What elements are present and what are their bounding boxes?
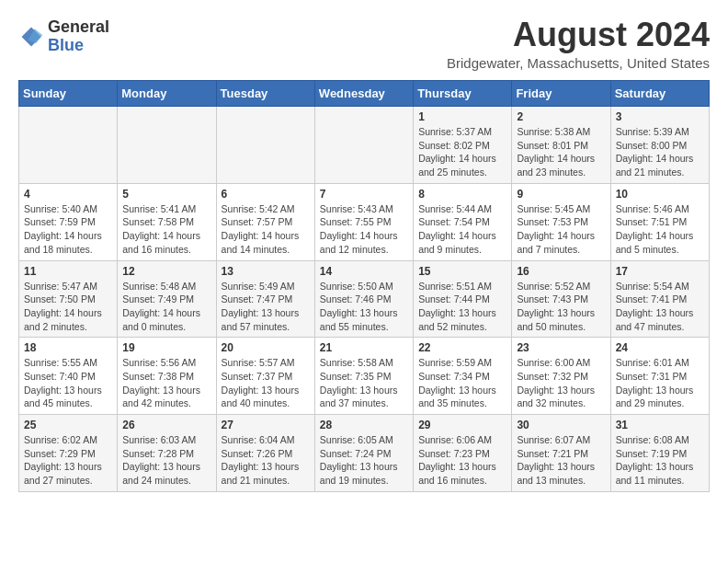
day-number: 12 xyxy=(122,265,210,278)
day-info: Sunrise: 6:03 AMSunset: 7:28 PMDaylight:… xyxy=(122,433,210,488)
day-info: Sunrise: 5:48 AMSunset: 7:49 PMDaylight:… xyxy=(122,280,210,334)
day-info: Sunrise: 5:46 AMSunset: 7:51 PMDaylight:… xyxy=(616,202,704,257)
day-info: Sunrise: 5:57 AMSunset: 7:37 PMDaylight:… xyxy=(222,356,310,410)
day-info: Sunrise: 6:00 AMSunset: 7:32 PMDaylight:… xyxy=(517,356,605,410)
day-number: 22 xyxy=(418,341,506,354)
col-tuesday: Tuesday xyxy=(216,81,314,107)
calendar-cell: 12Sunrise: 5:48 AMSunset: 7:49 PMDayligh… xyxy=(118,260,216,338)
calendar-cell: 7Sunrise: 5:43 AMSunset: 7:55 PMDaylight… xyxy=(314,183,413,260)
col-sunday: Sunday xyxy=(19,81,118,107)
day-info: Sunrise: 6:07 AMSunset: 7:21 PMDaylight:… xyxy=(517,433,605,488)
calendar-cell: 24Sunrise: 6:01 AMSunset: 7:31 PMDayligh… xyxy=(610,338,709,415)
day-info: Sunrise: 5:47 AMSunset: 7:50 PMDaylight:… xyxy=(24,280,112,334)
calendar-cell: 1Sunrise: 5:37 AMSunset: 8:02 PMDaylight… xyxy=(414,107,512,184)
day-number: 4 xyxy=(24,188,112,201)
calendar-cell: 13Sunrise: 5:49 AMSunset: 7:47 PMDayligh… xyxy=(216,260,314,338)
day-number: 8 xyxy=(418,188,506,201)
day-info: Sunrise: 5:49 AMSunset: 7:47 PMDaylight:… xyxy=(222,280,310,334)
logo-icon xyxy=(18,24,44,50)
day-number: 3 xyxy=(616,110,704,123)
calendar-cell xyxy=(314,107,413,184)
calendar-cell: 27Sunrise: 6:04 AMSunset: 7:26 PMDayligh… xyxy=(216,415,314,492)
day-number: 9 xyxy=(517,188,605,201)
calendar-cell: 11Sunrise: 5:47 AMSunset: 7:50 PMDayligh… xyxy=(19,260,118,338)
location-subtitle: Bridgewater, Massachusetts, United State… xyxy=(447,55,710,71)
day-info: Sunrise: 5:44 AMSunset: 7:54 PMDaylight:… xyxy=(418,202,506,257)
day-number: 25 xyxy=(24,419,112,431)
day-number: 30 xyxy=(517,419,605,431)
logo: General Blue xyxy=(18,18,109,55)
calendar-cell: 26Sunrise: 6:03 AMSunset: 7:28 PMDayligh… xyxy=(118,415,216,492)
title-area: August 2024 Bridgewater, Massachusetts, … xyxy=(447,18,710,71)
calendar-cell: 21Sunrise: 5:58 AMSunset: 7:35 PMDayligh… xyxy=(314,338,413,415)
day-number: 26 xyxy=(122,419,210,431)
day-number: 15 xyxy=(418,265,506,278)
col-monday: Monday xyxy=(118,81,216,107)
calendar-cell xyxy=(19,107,118,184)
day-info: Sunrise: 5:40 AMSunset: 7:59 PMDaylight:… xyxy=(24,202,112,257)
day-info: Sunrise: 5:54 AMSunset: 7:41 PMDaylight:… xyxy=(616,280,704,334)
calendar-cell: 16Sunrise: 5:52 AMSunset: 7:43 PMDayligh… xyxy=(512,260,610,338)
page-container: General Blue August 2024 Bridgewater, Ma… xyxy=(18,18,710,492)
day-info: Sunrise: 6:02 AMSunset: 7:29 PMDaylight:… xyxy=(24,433,112,488)
day-number: 23 xyxy=(517,341,605,354)
day-number: 20 xyxy=(222,341,310,354)
day-number: 1 xyxy=(418,110,506,123)
day-info: Sunrise: 5:58 AMSunset: 7:35 PMDaylight:… xyxy=(320,356,408,410)
calendar-cell xyxy=(118,107,216,184)
calendar-cell: 2Sunrise: 5:38 AMSunset: 8:01 PMDaylight… xyxy=(512,107,610,184)
day-number: 19 xyxy=(122,341,210,354)
calendar-header: Sunday Monday Tuesday Wednesday Thursday… xyxy=(19,81,710,107)
calendar-cell: 10Sunrise: 5:46 AMSunset: 7:51 PMDayligh… xyxy=(610,183,709,260)
day-number: 11 xyxy=(24,265,112,278)
day-info: Sunrise: 5:42 AMSunset: 7:57 PMDaylight:… xyxy=(222,202,310,257)
day-number: 17 xyxy=(616,265,704,278)
month-year-title: August 2024 xyxy=(447,18,710,52)
calendar-cell: 8Sunrise: 5:44 AMSunset: 7:54 PMDaylight… xyxy=(414,183,512,260)
day-number: 14 xyxy=(320,265,408,278)
logo-general-text: General xyxy=(48,18,109,37)
day-number: 29 xyxy=(418,419,506,431)
day-number: 16 xyxy=(517,265,605,278)
day-number: 13 xyxy=(222,265,310,278)
calendar-week-1: 1Sunrise: 5:37 AMSunset: 8:02 PMDaylight… xyxy=(19,107,710,184)
day-number: 2 xyxy=(517,110,605,123)
day-info: Sunrise: 5:38 AMSunset: 8:01 PMDaylight:… xyxy=(517,125,605,179)
day-info: Sunrise: 5:43 AMSunset: 7:55 PMDaylight:… xyxy=(320,202,408,257)
col-thursday: Thursday xyxy=(414,81,512,107)
day-info: Sunrise: 5:50 AMSunset: 7:46 PMDaylight:… xyxy=(320,280,408,334)
calendar-cell: 19Sunrise: 5:56 AMSunset: 7:38 PMDayligh… xyxy=(118,338,216,415)
day-number: 27 xyxy=(222,419,310,431)
calendar-cell: 25Sunrise: 6:02 AMSunset: 7:29 PMDayligh… xyxy=(19,415,118,492)
calendar-week-5: 25Sunrise: 6:02 AMSunset: 7:29 PMDayligh… xyxy=(19,415,710,492)
day-number: 31 xyxy=(616,419,704,431)
day-number: 21 xyxy=(320,341,408,354)
day-number: 28 xyxy=(320,419,408,431)
calendar-cell: 28Sunrise: 6:05 AMSunset: 7:24 PMDayligh… xyxy=(314,415,413,492)
calendar-cell: 15Sunrise: 5:51 AMSunset: 7:44 PMDayligh… xyxy=(414,260,512,338)
col-wednesday: Wednesday xyxy=(314,81,413,107)
day-info: Sunrise: 5:41 AMSunset: 7:58 PMDaylight:… xyxy=(122,202,210,257)
calendar-cell: 30Sunrise: 6:07 AMSunset: 7:21 PMDayligh… xyxy=(512,415,610,492)
day-number: 5 xyxy=(122,188,210,201)
logo-blue-text: Blue xyxy=(48,37,109,55)
day-info: Sunrise: 6:06 AMSunset: 7:23 PMDaylight:… xyxy=(418,433,506,488)
day-info: Sunrise: 5:55 AMSunset: 7:40 PMDaylight:… xyxy=(24,356,112,410)
calendar-cell: 5Sunrise: 5:41 AMSunset: 7:58 PMDaylight… xyxy=(118,183,216,260)
calendar-cell xyxy=(216,107,314,184)
day-number: 7 xyxy=(320,188,408,201)
calendar-cell: 23Sunrise: 6:00 AMSunset: 7:32 PMDayligh… xyxy=(512,338,610,415)
day-number: 10 xyxy=(616,188,704,201)
calendar-cell: 20Sunrise: 5:57 AMSunset: 7:37 PMDayligh… xyxy=(216,338,314,415)
calendar-cell: 6Sunrise: 5:42 AMSunset: 7:57 PMDaylight… xyxy=(216,183,314,260)
calendar-cell: 17Sunrise: 5:54 AMSunset: 7:41 PMDayligh… xyxy=(610,260,709,338)
day-info: Sunrise: 6:01 AMSunset: 7:31 PMDaylight:… xyxy=(616,356,704,410)
calendar-cell: 18Sunrise: 5:55 AMSunset: 7:40 PMDayligh… xyxy=(19,338,118,415)
calendar-table: Sunday Monday Tuesday Wednesday Thursday… xyxy=(18,80,710,492)
day-info: Sunrise: 5:37 AMSunset: 8:02 PMDaylight:… xyxy=(418,125,506,179)
calendar-week-2: 4Sunrise: 5:40 AMSunset: 7:59 PMDaylight… xyxy=(19,183,710,260)
day-info: Sunrise: 6:04 AMSunset: 7:26 PMDaylight:… xyxy=(222,433,310,488)
calendar-body: 1Sunrise: 5:37 AMSunset: 8:02 PMDaylight… xyxy=(19,107,710,492)
col-friday: Friday xyxy=(512,81,610,107)
header: General Blue August 2024 Bridgewater, Ma… xyxy=(18,18,710,71)
